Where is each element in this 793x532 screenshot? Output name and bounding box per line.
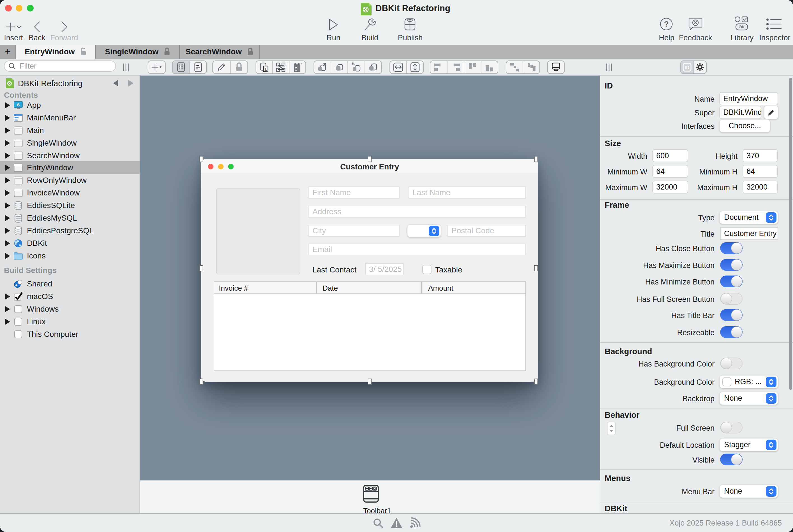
image-well[interactable] [216,188,300,274]
order-tools-segmented[interactable]: 1 [256,60,306,74]
sidebar-item-eddiessqlite[interactable]: EddiesSQLite [0,199,140,212]
space-vertical-icon[interactable] [523,61,539,73]
sidebar-item-shared[interactable]: Shared [0,278,140,290]
sidebar-item-invoicewindow[interactable]: InvoiceWindow [0,187,140,199]
first-name-field[interactable]: First Name [309,187,400,198]
warnings-icon[interactable] [391,517,402,528]
has-close-toggle[interactable] [720,242,742,254]
has-titlebar-toggle[interactable] [720,309,742,321]
code-view-icon[interactable] [190,61,206,73]
resize-handle-mid-right[interactable] [534,265,538,271]
inspector-scrollbar[interactable] [789,78,792,390]
disclosure-triangle[interactable] [5,293,10,300]
resize-handle-bottom-right[interactable] [534,379,538,385]
sidebar-item-searchwindow[interactable]: SearchWindow [0,149,140,162]
has-fullscreen-toggle[interactable] [720,293,742,305]
resize-handle-bottom-center[interactable] [368,379,372,385]
space-tools-segmented[interactable] [506,60,540,74]
title-input[interactable]: Customer Entry [720,227,778,240]
column-amount[interactable]: Amount [428,284,454,292]
publish-icon[interactable] [402,17,418,32]
column-date[interactable]: Date [322,284,338,292]
max-width-input[interactable]: 32000 [652,180,688,193]
height-input[interactable]: 370 [742,149,778,162]
disclosure-triangle[interactable] [5,306,10,312]
disclosure-triangle[interactable] [5,153,10,159]
width-input[interactable]: 600 [652,149,688,162]
disclosure-triangle[interactable] [5,253,10,259]
search-errors-icon[interactable] [373,518,383,528]
align-top-icon[interactable] [464,61,481,73]
city-field[interactable]: City [309,225,400,236]
checkbox-icon[interactable] [14,329,23,339]
sidebar-item-singlewindow[interactable]: SingleWindow [0,137,140,149]
overlap-plain-icon[interactable] [365,61,382,73]
width-resize-icon[interactable] [390,61,407,73]
edit-lock-segmented[interactable] [213,60,248,74]
checkbox-icon[interactable] [14,317,23,326]
sidebar-item-app[interactable]: App [0,99,140,111]
resize-handle-top-center[interactable] [368,156,372,162]
sidebar-item-eddiespostgresql[interactable]: EddiesPostgreSQL [0,224,140,237]
type-popup[interactable]: Document [719,211,778,224]
back-button[interactable] [30,21,44,33]
forward-button[interactable] [57,21,71,33]
min-height-input[interactable]: 64 [742,165,778,178]
sidebar-grip-icon[interactable] [123,63,129,71]
gear-icon[interactable] [694,61,706,73]
layout-view-icon[interactable] [172,61,190,73]
disclosure-triangle[interactable] [5,165,10,171]
min-width-input[interactable]: 64 [652,165,688,178]
ruler-icon[interactable] [290,61,306,73]
overlap-merge-icon[interactable] [331,61,348,73]
resizeable-toggle[interactable] [720,326,742,338]
interfaces-choose-button[interactable]: Choose... [719,119,770,132]
max-height-input[interactable]: 32000 [742,180,778,193]
tab-searchwindow[interactable]: SearchWindow [180,45,260,59]
feedback-icon[interactable] [687,16,704,32]
device-preview-icon[interactable] [548,61,564,73]
device-preview-button[interactable] [547,60,565,74]
project-name[interactable]: DBKit Refactoring [18,79,83,88]
insert-control-button[interactable] [148,60,166,74]
feed-icon[interactable] [410,517,421,528]
state-popup-menu[interactable] [407,224,441,238]
super-input[interactable]: DBKit.Wind [719,106,761,119]
email-field[interactable]: Email [309,244,526,255]
resize-tools-segmented[interactable] [389,60,424,74]
library-icon[interactable]: OK [733,16,751,32]
pencil-icon[interactable] [213,61,230,73]
last-name-field[interactable]: Last Name [408,187,526,198]
help-icon[interactable]: ? [659,17,674,31]
run-icon[interactable] [327,17,340,32]
nav-forward-arrow[interactable] [128,79,134,87]
disclosure-triangle[interactable] [5,115,10,121]
overlap-exit-icon[interactable] [348,61,365,73]
duplicate-control-icon[interactable]: 1 [256,61,273,73]
disclosure-triangle[interactable] [5,102,10,108]
disclosure-triangle[interactable] [5,228,10,234]
control-order-icon[interactable] [273,61,289,73]
sidebar-item-this-computer[interactable]: This Computer [0,328,140,341]
inspector-grip-icon[interactable] [606,63,612,71]
column-invoice[interactable]: Invoice # [219,284,248,292]
backdrop-popup[interactable]: None [719,392,778,405]
disclosure-triangle[interactable] [5,140,10,146]
overlap-tools-segmented[interactable] [314,60,382,74]
add-tab-button[interactable]: + [0,45,16,59]
sidebar-item-linux[interactable]: Linux [0,315,140,328]
date-field[interactable]: 3/ 5/2025 [365,263,404,275]
inspector-icon[interactable] [766,17,782,31]
inspector-mode-segmented[interactable]: ID [680,60,707,74]
resize-handle-mid-left[interactable] [199,265,203,271]
resize-handle-top-left[interactable] [199,156,203,162]
column-divider[interactable] [421,282,422,294]
disclosure-triangle[interactable] [5,177,10,184]
space-horizontal-icon[interactable] [506,61,523,73]
sidebar-item-dbkit[interactable]: DBKit [0,237,140,249]
designed-window-customer-entry[interactable]: Customer Entry First Name Last Name Addr… [201,159,538,382]
full-screen-toggle[interactable] [720,422,742,434]
sidebar-item-macos[interactable]: macOS [0,290,140,303]
disclosure-triangle[interactable] [5,240,10,246]
checkbox-icon[interactable] [14,304,23,314]
